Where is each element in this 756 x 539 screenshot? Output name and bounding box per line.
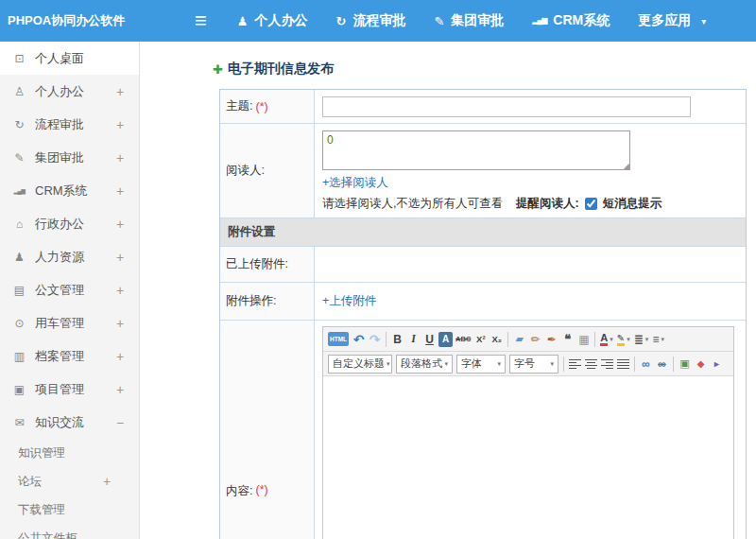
format-painter-icon[interactable]: ✏ [528,330,542,349]
underline-icon-glyph: U [425,333,434,346]
paragraph-format-select[interactable]: 段落格式▾ [396,355,453,374]
nav-more-apps[interactable]: 更多应用▾ [638,12,706,29]
sidebar-subitem-download-mgmt-label: 下载管理 [18,502,102,518]
heading-select[interactable]: 自定义标题▾ [328,355,392,374]
expand-icon[interactable]: + [115,183,125,199]
resize-grip-icon[interactable]: ◢ [624,163,629,170]
html-source-icon[interactable]: HTML [328,332,349,346]
image-icon[interactable]: ▣ [678,355,692,374]
align-left-icon[interactable] [568,355,582,374]
upload-attachment-link[interactable]: +上传附件 [322,293,376,309]
unlink-icon[interactable]: ∞ [655,355,669,374]
underline-icon[interactable]: U [422,330,437,349]
font-style-icon[interactable]: A [438,332,453,347]
undo-icon[interactable]: ↶ [352,330,366,349]
fill-color-icon[interactable]: ✒ [544,330,558,349]
sidebar-item-document-mgmt[interactable]: ▤公文管理+ [0,273,139,306]
sms-remind-checkbox[interactable] [585,198,597,210]
sidebar-item-vehicle-mgmt-label: 用车管理 [35,315,107,332]
expand-icon[interactable]: + [102,474,112,489]
blockquote-icon[interactable]: ❝ [560,330,575,349]
toolbar-separator [386,332,387,347]
align-center-icon[interactable] [584,355,598,374]
menu-toggle-icon[interactable]: ≡ [195,10,207,31]
sidebar-item-workflow-approval[interactable]: ↻流程审批+ [0,108,139,141]
emoticon-icon[interactable]: ▦ [576,330,591,349]
redo-icon-glyph: ↷ [369,332,381,347]
italic-icon-glyph: I [411,332,416,346]
align-justify-icon[interactable] [616,355,630,374]
strikethrough-icon[interactable]: ABC [455,330,472,349]
editor-content-area[interactable] [323,376,733,539]
sidebar-item-crm-system[interactable]: ▂▄▆CRM系统+ [0,174,139,207]
superscript-icon-glyph: X² [476,334,486,344]
required-mark: (*) [255,100,267,113]
font-family-select[interactable]: 字体▾ [456,355,506,374]
sidebar-item-admin-office[interactable]: ⌂行政办公+ [0,207,139,240]
strikethrough-icon-glyph: ABC [455,335,471,343]
expand-icon[interactable]: + [115,250,125,265]
bold-icon[interactable]: B [390,330,404,349]
nav-group-approval[interactable]: ✎集团审批 [434,12,504,29]
superscript-icon[interactable]: X² [473,330,488,349]
sidebar-item-archive-mgmt[interactable]: ▥档案管理+ [0,339,139,373]
remove-format-icon[interactable]: ▰ [512,330,526,349]
expand-icon[interactable]: + [115,117,125,132]
expand-icon[interactable]: + [115,150,125,165]
workflow-icon: ↻ [336,15,347,27]
app-title: PHPOA协同办公软件 [0,12,140,29]
sidebar-subitem-knowledge-mgmt[interactable]: 知识管理 [0,439,139,467]
publish-form: 主题: (*) 阅读人: 0 ◢ +选择阅读人 请选择阅读人,不选为所有人可查看… [219,89,747,539]
expand-icon[interactable]: + [115,316,125,331]
expand-icon[interactable]: + [115,217,125,232]
edit-approval-icon: ✎ [12,152,26,164]
sidebar-item-vehicle-mgmt[interactable]: ⊙用车管理+ [0,306,139,339]
main-content: ✚ 电子期刊信息发布 主题: (*) 阅读人: 0 ◢ +选择阅读人 [141,42,756,539]
toolbar-separator [673,356,674,372]
unordered-list-icon[interactable]: ≡▾ [651,330,665,349]
redo-icon[interactable]: ↷ [368,330,382,349]
sidebar-subitem-knowledge-mgmt-label: 知识管理 [18,445,102,461]
chevron-down-icon[interactable]: ▾ [701,16,706,26]
sidebar-item-knowledge-exchange[interactable]: ✉知识交流− [0,406,139,439]
align-justify-icon-glyph [617,359,629,369]
font-size-select[interactable]: 字号▾ [509,355,558,374]
sidebar-subitem-public-cabinet[interactable]: 公共文件柜 [0,524,139,539]
highlight-color-icon[interactable]: ✎▾ [616,330,631,349]
subscript-icon[interactable]: X₂ [490,330,504,349]
chevron-down-icon: ▾ [645,336,649,343]
image-icon-glyph: ▣ [679,357,689,370]
subject-input[interactable] [322,96,691,117]
font-color-icon[interactable]: A▾ [599,330,613,349]
readers-textarea[interactable]: 0 ◢ [322,130,630,170]
sidebar-item-personal-desktop[interactable]: ⊡个人桌面 [0,42,139,75]
form-row-attachment-actions: 附件操作: +上传附件 [220,283,746,321]
expand-icon[interactable]: + [115,283,125,298]
media-icon[interactable]: ► [710,355,724,374]
expand-icon[interactable]: + [115,382,125,397]
content-editor-cell: HTML↶↷BIUAABCX²X₂▰✏✒❝▦A▾✎▾≣▾≡▾ 自定义标题▾段落格… [315,321,746,539]
sidebar-item-project-mgmt[interactable]: ▣项目管理+ [0,373,139,406]
readers-value-cell: 0 ◢ +选择阅读人 请选择阅读人,不选为所有人可查看 提醒阅读人: 短消息提示 [315,124,746,217]
sidebar-subitem-forum[interactable]: 论坛+ [0,467,139,496]
remove-format-icon-glyph: ▰ [516,333,524,345]
italic-icon[interactable]: I [406,330,421,349]
nav-personal-office[interactable]: ♟个人办公 [237,12,308,29]
select-readers-link[interactable]: +选择阅读人 [322,175,388,191]
workflow-icon: ↻ [12,119,26,130]
sidebar-item-hr[interactable]: ♟人力资源+ [0,240,139,273]
align-right-icon[interactable] [600,355,614,374]
nav-workflow-approval-label: 流程审批 [352,12,405,29]
collapse-icon[interactable]: − [115,415,125,430]
sidebar-subitem-download-mgmt[interactable]: 下载管理 [0,496,139,524]
sidebar-item-personal-office[interactable]: ♙个人办公+ [0,75,139,108]
nav-crm-system[interactable]: ▂▄▆CRM系统 [532,12,610,29]
sidebar-item-group-approval[interactable]: ✎集团审批+ [0,141,139,174]
font-color-icon-glyph: A [600,333,608,346]
expand-icon[interactable]: + [115,84,125,99]
ordered-list-icon[interactable]: ≣▾ [633,330,650,349]
nav-workflow-approval[interactable]: ↻流程审批 [336,12,406,29]
expand-icon[interactable]: + [115,349,125,364]
link-icon[interactable]: ∞ [639,355,653,374]
flash-icon[interactable]: ◆ [694,355,708,374]
